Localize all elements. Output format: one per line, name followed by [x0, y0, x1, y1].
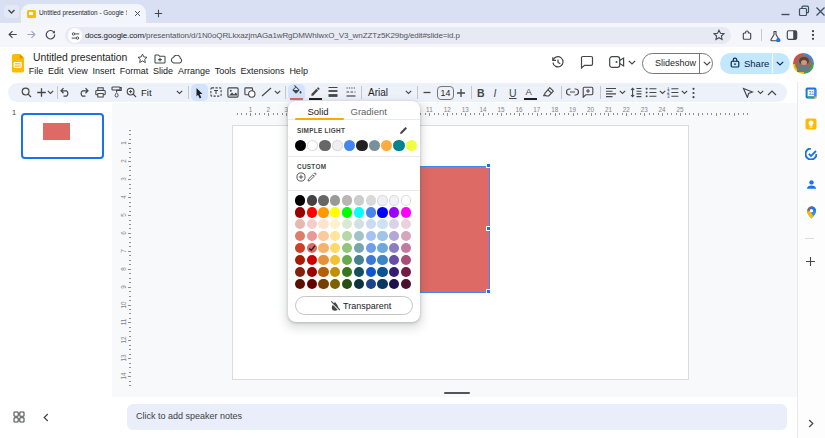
svg-text:31: 31 [808, 90, 814, 96]
svg-text:3: 3 [667, 94, 670, 98]
